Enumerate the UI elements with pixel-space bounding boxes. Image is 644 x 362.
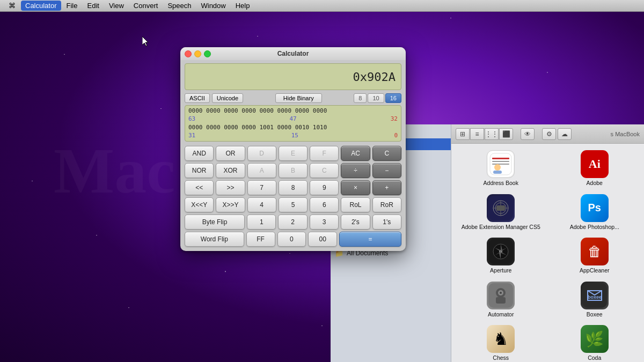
minus-button[interactable]: − <box>372 163 401 178</box>
app-item-coda[interactable]: 🌿 Coda <box>548 322 641 362</box>
ascii-button[interactable]: ASCII <box>185 93 210 103</box>
app-item-automator[interactable]: Automator <box>455 278 547 321</box>
ones-comp-button[interactable]: 1's <box>372 215 401 230</box>
minimize-button[interactable] <box>194 50 201 57</box>
8-button[interactable]: 8 <box>279 180 308 195</box>
hide-binary-button[interactable]: Hide Binary <box>275 93 322 103</box>
0-button[interactable]: 0 <box>277 232 306 247</box>
svg-text:boxee: boxee <box>588 294 602 300</box>
menu-file[interactable]: File <box>62 1 82 11</box>
menu-help[interactable]: Help <box>231 1 254 11</box>
quick-look-button[interactable]: 👁 <box>521 128 535 140</box>
multiply-button[interactable]: × <box>341 180 370 195</box>
ff-button[interactable]: FF <box>246 232 275 247</box>
byte-flip-button[interactable]: Byte Flip <box>185 215 245 230</box>
photoshop-label: Adobe Photoshop... <box>570 224 619 231</box>
btn-row-5: Byte Flip 1 2 3 2's 1's <box>185 215 401 230</box>
d-button[interactable]: D <box>247 146 276 161</box>
column-view-button[interactable]: ⋮⋮ <box>485 128 499 140</box>
list-view-button[interactable]: ≡ <box>470 128 484 140</box>
or-button[interactable]: OR <box>216 146 245 161</box>
divide-button[interactable]: ÷ <box>341 163 370 178</box>
calc-title: Calculator <box>277 50 309 57</box>
rol-button[interactable]: RoL <box>341 197 370 212</box>
svg-point-5 <box>494 164 501 171</box>
2-button[interactable]: 2 <box>278 215 307 230</box>
app-item-chess[interactable]: ♞ Chess <box>455 322 547 362</box>
binary-row-2: 0000 0000 0000 0000 1001 0000 0010 1010 <box>188 123 398 131</box>
xlshifty-button[interactable]: X<<Y <box>185 197 214 212</box>
ror-button[interactable]: RoR <box>372 197 401 212</box>
calc-buttons: AND OR D E F AC C NOR XOR A B C ÷ − << >… <box>180 144 406 251</box>
btn-row-1: AND OR D E F AC C <box>185 146 401 161</box>
equals-button[interactable]: = <box>339 232 401 247</box>
coda-icon: 🌿 <box>581 325 609 353</box>
chess-icon: ♞ <box>487 325 515 353</box>
macbook-name: s MacBook <box>611 131 640 137</box>
c2-button[interactable]: C <box>310 163 339 178</box>
adobe-ext-label: Adobe Extension Manager CS5 <box>462 224 540 231</box>
close-button[interactable] <box>185 50 192 57</box>
app-item-appcleaner[interactable]: 🗑 AppCleaner <box>548 234 641 277</box>
finder-toolbar: ⊞ ≡ ⋮⋮ ⬛ 👁 ⚙ ☁ s MacBook <box>451 124 644 144</box>
binary-num-row-1: 63 47 32 <box>188 115 398 123</box>
app-item-adobe[interactable]: Ai Adobe <box>548 147 641 190</box>
app-item-aperture[interactable]: Aperture <box>455 234 547 277</box>
c-button[interactable]: C <box>372 146 401 161</box>
7-button[interactable]: 7 <box>247 180 276 195</box>
chess-label: Chess <box>493 354 509 361</box>
00-button[interactable]: 00 <box>308 232 337 247</box>
apple-menu[interactable]: ⌘ <box>4 1 20 11</box>
3-button[interactable]: 3 <box>310 215 339 230</box>
menu-bar: ⌘ Calculator File Edit View Convert Spee… <box>0 0 644 12</box>
f-button[interactable]: F <box>310 146 339 161</box>
menu-speech[interactable]: Speech <box>163 1 195 11</box>
svg-rect-6 <box>493 171 502 174</box>
xrshifty-button[interactable]: X>>Y <box>216 197 245 212</box>
calc-controls: ASCII Unicode Hide Binary 8 10 16 <box>180 92 406 105</box>
a-button[interactable]: A <box>247 163 276 178</box>
5-button[interactable]: 5 <box>279 197 308 212</box>
9-button[interactable]: 9 <box>310 180 339 195</box>
b-button[interactable]: B <box>279 163 308 178</box>
unicode-button[interactable]: Unicode <box>212 93 243 103</box>
address-book-label: Address Book <box>484 180 518 187</box>
e-button[interactable]: E <box>279 146 308 161</box>
base-10-button[interactable]: 10 <box>368 93 384 103</box>
lshift-button[interactable]: << <box>185 180 214 195</box>
menu-edit[interactable]: Edit <box>83 1 103 11</box>
icon-view-button[interactable]: ⊞ <box>456 128 470 140</box>
and-button[interactable]: AND <box>185 146 214 161</box>
calculator-window: Calculator 0x902A ASCII Unicode Hide Bin… <box>180 47 406 251</box>
app-item-address-book[interactable]: Address Book <box>455 147 547 190</box>
4-button[interactable]: 4 <box>247 197 276 212</box>
action-button[interactable]: ⚙ <box>542 128 556 140</box>
svg-rect-2 <box>492 158 509 159</box>
menu-convert[interactable]: Convert <box>129 1 163 11</box>
app-item-photoshop[interactable]: Ps Adobe Photoshop... <box>548 191 641 234</box>
6-button[interactable]: 6 <box>310 197 339 212</box>
coverflow-view-button[interactable]: ⬛ <box>499 128 513 140</box>
boxee-label: Boxee <box>587 311 603 318</box>
btn-row-3: << >> 7 8 9 × + <box>185 180 401 195</box>
menu-view[interactable]: View <box>105 1 128 11</box>
base-16-button[interactable]: 16 <box>385 93 401 103</box>
share-button[interactable]: ☁ <box>558 128 572 140</box>
word-flip-button[interactable]: Word Flip <box>185 232 244 247</box>
menu-bar-items: ⌘ Calculator File Edit View Convert Spee… <box>4 1 254 11</box>
twos-comp-button[interactable]: 2's <box>341 215 370 230</box>
view-mode-group: ⊞ ≡ ⋮⋮ ⬛ <box>456 128 513 140</box>
ac-button[interactable]: AC <box>341 146 370 161</box>
nor-button[interactable]: NOR <box>185 163 214 178</box>
app-item-adobe-ext[interactable]: Adobe Extension Manager CS5 <box>455 191 547 234</box>
1-button[interactable]: 1 <box>247 215 276 230</box>
app-item-boxee[interactable]: boxee Boxee <box>548 278 641 321</box>
xor-button[interactable]: XOR <box>216 163 245 178</box>
maximize-button[interactable] <box>204 50 211 57</box>
svg-rect-4 <box>492 164 509 165</box>
rshift-button[interactable]: >> <box>216 180 245 195</box>
plus-button[interactable]: + <box>372 180 401 195</box>
menu-calculator[interactable]: Calculator <box>21 1 61 11</box>
base-8-button[interactable]: 8 <box>354 93 367 103</box>
menu-window[interactable]: Window <box>196 1 230 11</box>
